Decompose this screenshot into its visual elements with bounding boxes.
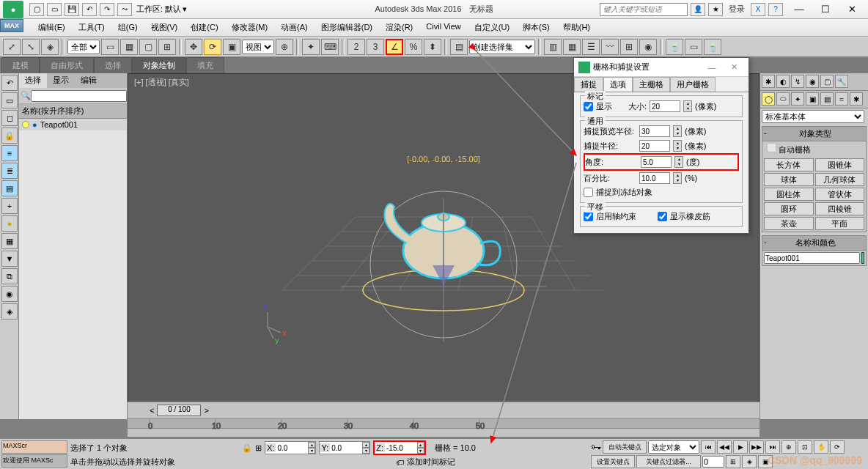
- prim-teapot[interactable]: 茶壶: [764, 217, 814, 230]
- maxscript-mini[interactable]: MAXScr: [1, 440, 67, 454]
- time-prev-icon[interactable]: <: [150, 406, 154, 415]
- spinner[interactable]: ▴▾: [673, 172, 682, 184]
- play-icon[interactable]: ▶: [733, 440, 748, 454]
- tb-undo-icon[interactable]: ↶: [82, 3, 97, 16]
- prim-cone[interactable]: 圆锥体: [815, 158, 865, 171]
- prim-box[interactable]: 长方体: [764, 158, 814, 171]
- goto-start-icon[interactable]: ⏮: [701, 440, 716, 454]
- lt-box-icon[interactable]: ◻: [1, 110, 18, 126]
- ribbon-tab-fill[interactable]: 填充: [186, 57, 224, 74]
- lt-bulb-icon[interactable]: ●: [1, 215, 18, 232]
- scene-item-teapot[interactable]: ● Teapot001: [19, 119, 127, 130]
- next-frame-icon[interactable]: ▶▶: [749, 440, 764, 454]
- lt-layer1-icon[interactable]: ≡: [1, 145, 18, 161]
- set-key-button[interactable]: 设置关键点: [591, 455, 635, 468]
- login-link[interactable]: 登录: [726, 4, 748, 15]
- material-icon[interactable]: ◉: [639, 39, 657, 55]
- auto-key-button[interactable]: 自动关键点: [603, 440, 647, 454]
- close-button[interactable]: ✕: [839, 1, 865, 18]
- menu-view[interactable]: 视图(V): [145, 20, 184, 35]
- modify-tab-icon[interactable]: ◐: [776, 75, 790, 88]
- angle-input[interactable]: [641, 156, 672, 168]
- snap-3d-icon[interactable]: 3: [367, 39, 384, 55]
- selection-filter[interactable]: 全部: [67, 40, 100, 54]
- angle-spinner[interactable]: ▴▾: [674, 156, 683, 168]
- primitive-category[interactable]: 标准基本体: [762, 110, 864, 123]
- align-icon[interactable]: ▦: [563, 39, 581, 55]
- nav-1-icon[interactable]: ⊕: [781, 440, 796, 454]
- menu-modifier[interactable]: 修改器(M): [226, 20, 274, 35]
- hierarchy-tab-icon[interactable]: ↯: [791, 75, 804, 88]
- link-icon[interactable]: ⤢: [3, 39, 21, 55]
- scene-sort-header[interactable]: 名称(按升序排序): [19, 104, 127, 119]
- menu-create[interactable]: 创建(C): [185, 20, 224, 35]
- lock-icon[interactable]: 🔒: [242, 443, 252, 453]
- snap-2d-icon[interactable]: 2: [347, 39, 365, 55]
- menu-tools[interactable]: 工具(T): [73, 20, 111, 35]
- named-selection-set[interactable]: 创建选择集: [469, 40, 535, 54]
- coord-x-input[interactable]: [276, 442, 308, 454]
- scene-search-input[interactable]: [31, 90, 127, 102]
- max-badge[interactable]: MAX: [0, 19, 23, 32]
- coord-mode-icon[interactable]: ⊞: [255, 443, 262, 453]
- render-icon[interactable]: 🍵: [704, 39, 721, 55]
- coord-y-input[interactable]: [330, 442, 362, 454]
- mirror-icon[interactable]: ▥: [544, 39, 562, 55]
- search-input[interactable]: [600, 3, 688, 16]
- spinner[interactable]: ▴▾: [673, 140, 682, 152]
- coord-z-input[interactable]: [385, 442, 417, 454]
- select-icon[interactable]: ▭: [101, 39, 119, 55]
- lt-select-icon[interactable]: ▭: [1, 92, 18, 108]
- sp-tab-select[interactable]: 选择: [19, 73, 47, 88]
- display-tab-icon[interactable]: ▢: [820, 75, 834, 88]
- lights-icon[interactable]: ✦: [791, 92, 804, 106]
- render-setup-icon[interactable]: 🍵: [666, 39, 683, 55]
- object-name-input[interactable]: [764, 252, 860, 264]
- lt-copy-icon[interactable]: ⧉: [1, 268, 18, 284]
- key-icon[interactable]: 🗝: [591, 441, 601, 453]
- menu-help[interactable]: 帮助(H): [557, 20, 596, 35]
- show-checkbox[interactable]: [584, 102, 593, 111]
- dlg-tab-usergrid[interactable]: 用户栅格: [670, 77, 716, 92]
- menu-anim[interactable]: 动画(A): [275, 20, 314, 35]
- visibility-icon[interactable]: [22, 121, 29, 128]
- zoom-ext-icon[interactable]: ⊞: [726, 455, 740, 468]
- viewport-label[interactable]: [+] [透视] [真实]: [134, 77, 189, 88]
- size-input[interactable]: [650, 100, 680, 112]
- ref-coord[interactable]: 视图: [242, 40, 274, 54]
- workspace-selector[interactable]: 工作区: 默认 ▾: [136, 4, 187, 15]
- menu-render[interactable]: 渲染(R): [380, 20, 419, 35]
- prim-geosphere[interactable]: 几何球体: [815, 173, 865, 186]
- layer-icon[interactable]: ☰: [582, 39, 600, 55]
- tb-redo-icon[interactable]: ↷: [100, 3, 114, 16]
- prim-plane[interactable]: 平面: [815, 217, 865, 230]
- prim-cyl[interactable]: 圆柱体: [764, 188, 814, 201]
- ribbon-tab-paint[interactable]: 对象绘制: [132, 57, 186, 74]
- nav-3-icon[interactable]: ✋: [814, 440, 828, 454]
- window-crossing-icon[interactable]: ⊞: [158, 39, 176, 55]
- lt-filter-icon[interactable]: ▼: [1, 251, 18, 267]
- timeline[interactable]: < 0 / 100 > 0 10 20 30 40 50: [128, 402, 760, 437]
- percent-snap-icon[interactable]: %: [405, 39, 422, 55]
- x-icon-blue[interactable]: X: [751, 3, 765, 16]
- menu-civil[interactable]: Civil View: [420, 20, 466, 35]
- snap-preview-input[interactable]: [639, 125, 670, 137]
- prev-frame-icon[interactable]: ◀◀: [717, 440, 732, 454]
- scale-icon[interactable]: ▣: [223, 39, 240, 55]
- systems-icon[interactable]: ✱: [850, 92, 863, 106]
- app-icon[interactable]: ●: [3, 1, 23, 18]
- sp-tab-display[interactable]: 显示: [47, 73, 75, 88]
- shapes-icon[interactable]: ⬭: [776, 92, 790, 106]
- dialog-close[interactable]: ✕: [724, 60, 744, 75]
- frame-input[interactable]: [702, 456, 724, 468]
- zoom-all-icon[interactable]: ◈: [742, 455, 757, 468]
- manip-icon[interactable]: ✦: [302, 39, 320, 55]
- search-icon[interactable]: 🔍: [21, 91, 31, 100]
- nav-4-icon[interactable]: ⟳: [830, 440, 845, 454]
- helpers-icon[interactable]: ▤: [820, 92, 834, 106]
- lt-sphere-icon[interactable]: ◉: [1, 286, 18, 302]
- tag-icon[interactable]: 🏷: [396, 458, 404, 467]
- move-icon[interactable]: ✥: [185, 39, 202, 55]
- ribbon-tab-free[interactable]: 自由形式: [40, 57, 94, 74]
- help-icon[interactable]: ?: [768, 3, 783, 16]
